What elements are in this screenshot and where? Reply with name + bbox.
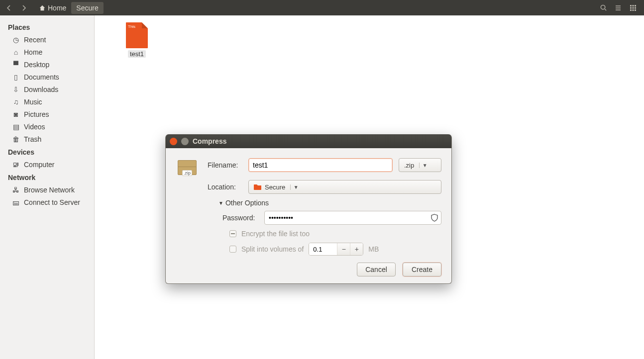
- expander-label: Other Options: [225, 199, 269, 207]
- search-icon: [600, 4, 607, 11]
- file-icon: This: [126, 22, 148, 48]
- svg-rect-6: [633, 7, 634, 8]
- close-icon[interactable]: [170, 138, 177, 145]
- dialog-titlebar[interactable]: Compress: [166, 134, 451, 148]
- extension-dropdown[interactable]: .zip ▼: [399, 158, 441, 172]
- sidebar-item-home[interactable]: ⌂Home: [0, 46, 94, 58]
- server-icon: 🖴: [12, 198, 20, 206]
- sidebar-item-label: Connect to Server: [24, 198, 80, 206]
- sidebar-item-label: Videos: [24, 123, 45, 131]
- extension-value: .zip: [399, 162, 419, 169]
- download-icon: ⇩: [12, 86, 20, 93]
- forward-button[interactable]: [17, 2, 31, 14]
- sidebar-item-browse-network[interactable]: 🖧Browse Network: [0, 183, 94, 196]
- sidebar-item-label: Browse Network: [24, 186, 75, 194]
- spinner-down-button[interactable]: −: [337, 243, 350, 255]
- sidebar-item-pictures[interactable]: ◙Pictures: [0, 108, 94, 120]
- sidebar-section-places: Places: [0, 20, 94, 33]
- grid-button[interactable]: [626, 2, 640, 14]
- file-label: test1: [128, 50, 146, 58]
- sidebar-item-computer[interactable]: 🖳Computer: [0, 158, 94, 171]
- desktop-icon: ▀: [12, 61, 20, 69]
- split-checkbox[interactable]: [229, 246, 236, 253]
- sidebar-item-label: Documents: [24, 73, 59, 81]
- sidebar-item-recent[interactable]: ◷Recent: [0, 33, 94, 46]
- split-label: Split into volumes of: [241, 245, 304, 253]
- menu-button[interactable]: [611, 2, 625, 14]
- svg-rect-2: [630, 5, 632, 6]
- sidebar-item-label: Home: [24, 48, 42, 56]
- sidebar-item-trash[interactable]: 🗑Trash: [0, 133, 94, 145]
- sidebar-item-downloads[interactable]: ⇩Downloads: [0, 83, 94, 95]
- create-button[interactable]: Create: [403, 263, 441, 276]
- sidebar-item-connect-server[interactable]: 🖴Connect to Server: [0, 196, 94, 208]
- svg-rect-5: [630, 7, 632, 8]
- breadcrumb-home-label: Home: [48, 4, 66, 12]
- svg-point-0: [601, 5, 605, 9]
- dialog-title: Compress: [193, 137, 226, 145]
- sidebar-item-label: Trash: [24, 135, 41, 143]
- document-icon: ▯: [12, 73, 20, 81]
- svg-rect-9: [633, 9, 634, 11]
- computer-icon: 🖳: [12, 161, 20, 169]
- other-options-expander[interactable]: ▼ Other Options: [218, 199, 441, 207]
- cancel-button[interactable]: Cancel: [357, 263, 396, 276]
- package-ext-label: .zip: [182, 170, 192, 176]
- file-icon-text: This: [128, 24, 135, 29]
- password-input[interactable]: [264, 211, 441, 225]
- home-icon: [39, 4, 46, 11]
- trash-icon: 🗑: [12, 135, 20, 143]
- sidebar-item-desktop[interactable]: ▀Desktop: [0, 58, 94, 71]
- location-dropdown[interactable]: Secure ▼: [248, 180, 441, 194]
- svg-rect-4: [635, 5, 636, 6]
- home-icon: ⌂: [12, 48, 20, 56]
- chevron-down-icon: ▼: [290, 184, 301, 190]
- network-icon: 🖧: [12, 186, 20, 194]
- encrypt-checkbox: [229, 230, 236, 237]
- svg-rect-10: [635, 9, 636, 11]
- grid-icon: [630, 4, 637, 11]
- sidebar-item-label: Recent: [24, 36, 46, 44]
- spinner-up-button[interactable]: +: [350, 243, 363, 255]
- compress-dialog: Compress .zip Filename: .zip ▼ Location:…: [165, 134, 452, 284]
- sidebar-section-devices: Devices: [0, 145, 94, 158]
- encrypt-label: Encrypt the file list too: [241, 230, 310, 238]
- sidebar-item-label: Desktop: [24, 61, 49, 69]
- music-icon: ♫: [12, 98, 20, 106]
- chevron-down-icon: ▼: [419, 163, 430, 168]
- sidebar-item-label: Pictures: [24, 110, 49, 118]
- sidebar-item-label: Music: [24, 98, 42, 106]
- filename-label: Filename:: [208, 161, 242, 169]
- password-label: Password:: [222, 214, 259, 222]
- breadcrumb: Home Secure: [34, 2, 104, 14]
- sidebar-item-documents[interactable]: ▯Documents: [0, 71, 94, 83]
- svg-rect-3: [633, 5, 634, 6]
- top-toolbar: Home Secure: [0, 0, 644, 15]
- split-unit: MB: [368, 245, 379, 253]
- svg-rect-7: [635, 7, 636, 8]
- camera-icon: ◙: [12, 110, 20, 118]
- package-icon: .zip: [176, 155, 199, 175]
- split-size-spinner[interactable]: − +: [309, 243, 363, 256]
- sidebar-section-network: Network: [0, 171, 94, 183]
- sidebar-item-videos[interactable]: ▤Videos: [0, 120, 94, 133]
- hamburger-icon: [615, 4, 622, 11]
- split-size-input[interactable]: [309, 243, 337, 255]
- breadcrumb-current-label: Secure: [76, 4, 98, 12]
- clock-icon: ◷: [12, 36, 20, 44]
- shield-icon: [430, 214, 438, 222]
- triangle-down-icon: ▼: [218, 200, 223, 206]
- back-button[interactable]: [2, 2, 16, 14]
- location-label: Location:: [208, 183, 242, 191]
- location-value: Secure: [265, 183, 285, 191]
- folder-icon: [254, 183, 262, 190]
- filename-input[interactable]: [248, 158, 393, 172]
- minimize-icon[interactable]: [181, 138, 189, 145]
- breadcrumb-home[interactable]: Home: [34, 2, 71, 14]
- breadcrumb-current[interactable]: Secure: [71, 2, 103, 14]
- sidebar-item-music[interactable]: ♫Music: [0, 95, 94, 108]
- sidebar-item-label: Downloads: [24, 86, 58, 93]
- search-button[interactable]: [596, 2, 610, 14]
- svg-rect-8: [630, 9, 632, 11]
- file-item[interactable]: This test1: [114, 22, 159, 58]
